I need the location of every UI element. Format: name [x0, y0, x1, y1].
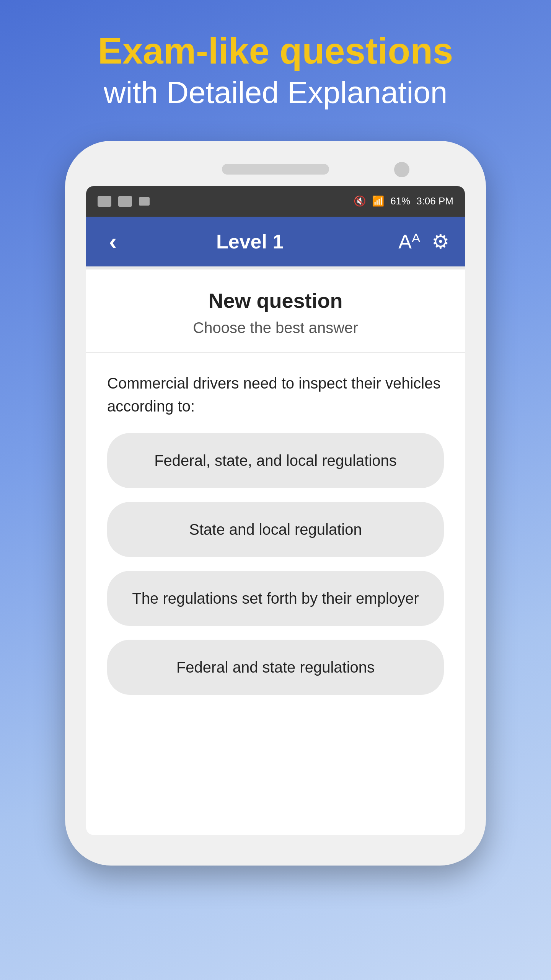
settings-icon[interactable]: ⚙ [432, 230, 450, 253]
question-header: New question Choose the best answer [86, 270, 465, 353]
question-text: Commercial drivers need to inspect their… [107, 372, 444, 418]
wifi-icon: 📶 [372, 195, 384, 207]
app-bar: ‹ Level 1 Aᴬ ⚙ [86, 217, 465, 266]
answer-option-c[interactable]: The regulations set forth by their emplo… [107, 571, 444, 626]
time-display: 3:06 PM [416, 195, 453, 207]
headline: Exam-like questions [98, 31, 453, 71]
app-bar-icons: Aᴬ ⚙ [398, 230, 450, 253]
question-title: New question [109, 289, 442, 312]
phone-camera [394, 162, 409, 177]
bottom-space [86, 720, 465, 835]
status-icon-2 [118, 196, 132, 207]
font-size-icon[interactable]: Aᴬ [398, 230, 420, 253]
status-icon-3 [139, 197, 150, 206]
status-right: 🔇 📶 61% 3:06 PM [354, 195, 453, 207]
promo-header: Exam-like questions with Detailed Explan… [98, 31, 453, 110]
answer-option-a[interactable]: Federal, state, and local regulations [107, 433, 444, 488]
question-body: Commercial drivers need to inspect their… [86, 353, 465, 720]
phone-screen: 🔇 📶 61% 3:06 PM ‹ Level 1 Aᴬ ⚙ New quest… [86, 186, 465, 835]
status-icon-1 [98, 196, 111, 207]
divider [86, 266, 465, 270]
status-left-icons [98, 196, 150, 207]
phone-device: 🔇 📶 61% 3:06 PM ‹ Level 1 Aᴬ ⚙ New quest… [65, 141, 486, 866]
mute-icon: 🔇 [354, 195, 366, 207]
battery-level: 61% [390, 195, 410, 207]
app-bar-title: Level 1 [101, 230, 398, 253]
phone-speaker [222, 164, 329, 175]
question-subtitle: Choose the best answer [109, 319, 442, 336]
answer-option-b[interactable]: State and local regulation [107, 502, 444, 557]
answer-option-d[interactable]: Federal and state regulations [107, 640, 444, 695]
status-bar: 🔇 📶 61% 3:06 PM [86, 186, 465, 217]
subheadline: with Detailed Explanation [98, 75, 453, 110]
